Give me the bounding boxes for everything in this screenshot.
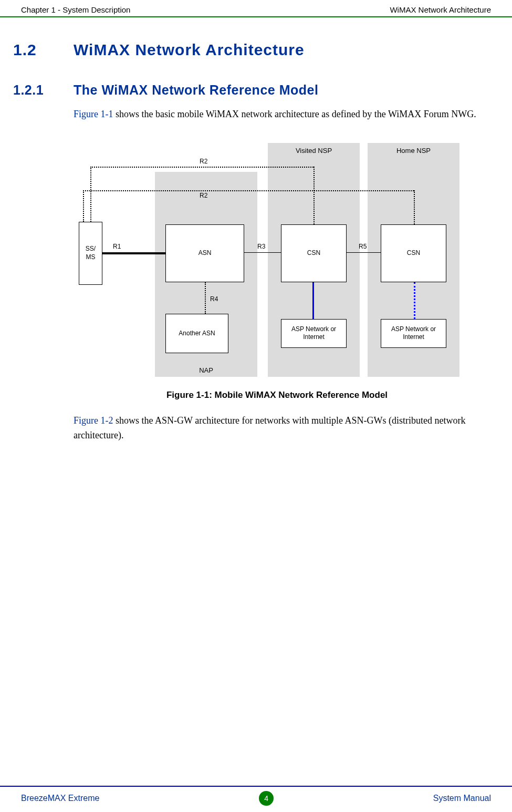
r2-line <box>83 190 84 222</box>
figure-1-1-link[interactable]: Figure 1-1 <box>74 109 113 119</box>
r2-line <box>314 167 315 224</box>
figure-caption: Figure 1-1: Mobile WiMAX Network Referen… <box>74 390 480 400</box>
subsection-title: The WiMAX Network Reference Model <box>74 83 318 98</box>
subsection-heading: 1.2.1 The WiMAX Network Reference Model <box>13 83 480 98</box>
section-title: WiMAX Network Architecture <box>74 41 305 59</box>
figure-diagram: Visited NSP Home NSP NAP SS/ MS ASN CSN … <box>74 138 473 379</box>
r3-line <box>244 252 281 253</box>
paragraph-1: Figure 1-1 shows the basic mobile WiMAX … <box>74 107 480 122</box>
r2-line <box>83 190 414 191</box>
content: 1.2 WiMAX Network Architecture 1.2.1 The… <box>0 17 512 443</box>
r2-line <box>90 167 314 168</box>
footer-right: System Manual <box>433 794 491 803</box>
home-nsp-label: Home NSP <box>368 147 459 155</box>
r4-line <box>205 282 206 314</box>
r2-label: R2 <box>200 158 207 165</box>
header-right: WiMAX Network Architecture <box>390 5 491 14</box>
asp-link-1 <box>312 282 314 319</box>
asn-node: ASN <box>165 224 244 282</box>
r2-label: R2 <box>200 192 207 199</box>
page-header: Chapter 1 - System Description WiMAX Net… <box>0 0 512 17</box>
csn-visited-node: CSN <box>281 224 347 282</box>
paragraph-2: Figure 1-2 shows the ASN-GW architecture… <box>74 414 480 443</box>
r5-label: R5 <box>359 243 367 250</box>
asp-network-1-node: ASP Network or Internet <box>281 319 347 348</box>
ss-ms-node: SS/ MS <box>79 222 102 285</box>
asp-link-2 <box>414 282 415 319</box>
r3-label: R3 <box>257 243 265 250</box>
header-left: Chapter 1 - System Description <box>21 5 130 14</box>
visited-nsp-label: Visited NSP <box>268 147 359 155</box>
section-heading: 1.2 WiMAX Network Architecture <box>13 41 480 59</box>
section-number: 1.2 <box>13 41 74 59</box>
paragraph-1-text: shows the basic mobile WiMAX network arc… <box>113 109 476 119</box>
figure-1-2-link[interactable]: Figure 1-2 <box>74 415 113 426</box>
another-asn-node: Another ASN <box>165 314 228 353</box>
r2-line <box>414 190 415 224</box>
page-number: 4 <box>259 791 274 806</box>
r4-label: R4 <box>210 295 218 303</box>
r1-label: R1 <box>113 243 121 250</box>
asp-network-2-node: ASP Network or Internet <box>381 319 446 348</box>
footer-left: BreezeMAX Extreme <box>21 794 99 803</box>
subsection-number: 1.2.1 <box>13 83 74 98</box>
paragraph-2-text: shows the ASN-GW architecture for networ… <box>74 415 466 440</box>
nap-label: NAP <box>155 366 257 374</box>
page-footer: BreezeMAX Extreme 4 System Manual <box>0 786 512 812</box>
csn-home-node: CSN <box>381 224 446 282</box>
r5-line <box>347 252 381 253</box>
r2-line <box>90 167 91 222</box>
r1-line <box>102 252 165 254</box>
